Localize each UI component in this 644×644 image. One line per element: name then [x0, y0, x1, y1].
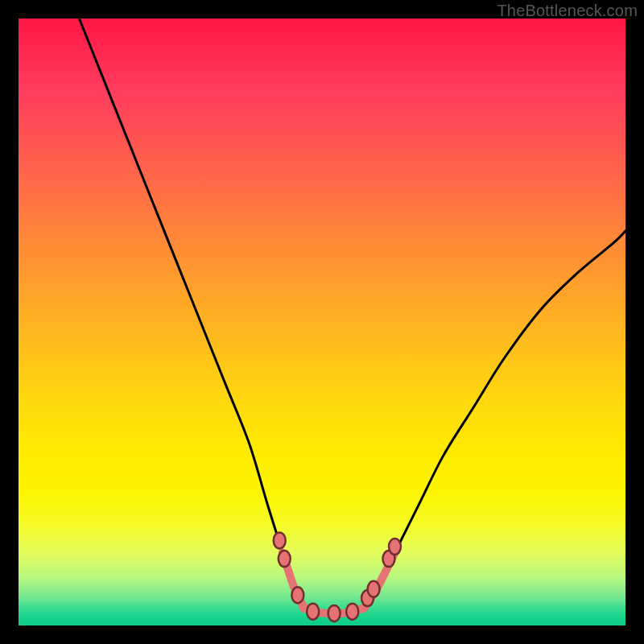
marker-floor-mid: [328, 605, 341, 621]
marker-right-upper-b: [389, 539, 401, 555]
marker-left-lower: [291, 587, 303, 603]
marker-left-upper-pair-b: [279, 551, 291, 567]
curve-right-arm: [365, 231, 625, 607]
chart-svg: [19, 19, 625, 625]
plot-area: [19, 19, 625, 625]
marker-floor-right: [346, 604, 358, 620]
marker-right-lower-b: [368, 581, 380, 597]
chart-container: TheBottleneck.com: [0, 0, 644, 644]
watermark-text: TheBottleneck.com: [497, 2, 638, 20]
curve-left-arm: [79, 19, 303, 607]
marker-left-upper-pair-a: [274, 532, 286, 548]
marker-floor-left: [307, 604, 319, 620]
